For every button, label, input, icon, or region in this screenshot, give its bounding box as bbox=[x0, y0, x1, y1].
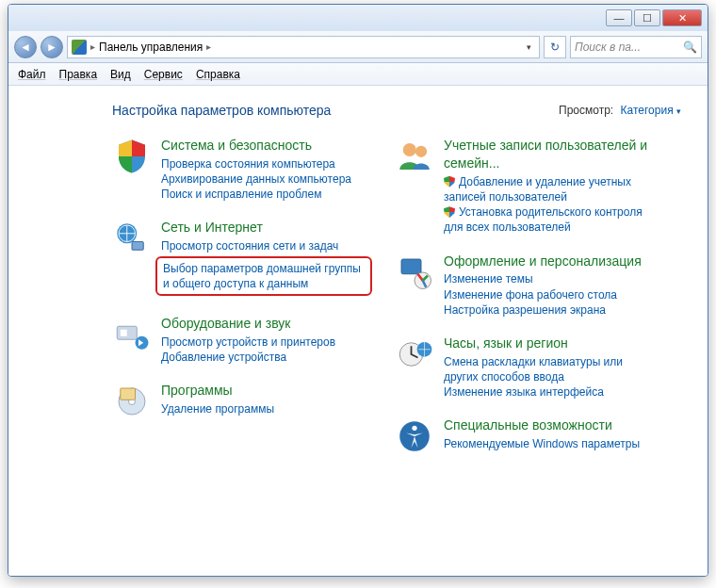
category-icon bbox=[112, 219, 152, 258]
search-placeholder: Поиск в па... bbox=[575, 41, 641, 54]
breadcrumb[interactable]: Панель управления bbox=[99, 41, 203, 54]
category-body: Система и безопасностьПроверка состояния… bbox=[161, 137, 351, 202]
category-item: Оформление и персонализацияИзменение тем… bbox=[395, 253, 649, 318]
menu-tools[interactable]: Сервис bbox=[144, 68, 183, 81]
category-item: Сеть и ИнтернетПросмотр состояния сети и… bbox=[112, 219, 366, 297]
close-button[interactable]: ✕ bbox=[662, 9, 702, 26]
category-title[interactable]: Сеть и Интернет bbox=[161, 219, 366, 237]
menu-edit[interactable]: Правка bbox=[59, 68, 98, 81]
category-item: Специальные возможностиРекомендуемые Win… bbox=[395, 416, 649, 456]
title-bar: — ☐ ✕ bbox=[8, 5, 708, 31]
category-item: Система и безопасностьПроверка состояния… bbox=[112, 137, 366, 202]
category-body: Часы, язык и регионСмена раскладки клави… bbox=[444, 335, 649, 400]
category-link[interactable]: Просмотр устройств и принтеров bbox=[161, 335, 335, 350]
category-title[interactable]: Оформление и персонализация bbox=[444, 253, 642, 270]
viewby-value[interactable]: Категория bbox=[621, 104, 674, 117]
category-title[interactable]: Учетные записи пользователей и семейн... bbox=[444, 137, 649, 172]
category-link[interactable]: Поиск и исправление проблем bbox=[161, 187, 351, 202]
refresh-button[interactable]: ↻ bbox=[544, 36, 566, 58]
category-link[interactable]: Изменение языка интерфейса bbox=[444, 384, 649, 400]
category-link[interactable]: Смена раскладки клавиатуры или других сп… bbox=[444, 354, 649, 384]
category-item: ПрограммыУдаление программы bbox=[112, 382, 366, 421]
category-body: ПрограммыУдаление программы bbox=[161, 382, 274, 421]
category-link[interactable]: Архивирование данных компьютера bbox=[161, 172, 351, 187]
maximize-button[interactable]: ☐ bbox=[634, 9, 660, 26]
svg-point-16 bbox=[412, 426, 416, 431]
category-link[interactable]: Удаление программы bbox=[161, 401, 274, 416]
menu-file[interactable]: Файл bbox=[18, 68, 46, 81]
category-link[interactable]: Настройка разрешения экрана bbox=[444, 302, 642, 318]
menu-bar: Файл Правка Вид Сервис Справка bbox=[8, 63, 708, 86]
back-button[interactable]: ◄ bbox=[14, 36, 37, 58]
view-by: Просмотр: Категория ▾ bbox=[559, 104, 681, 117]
address-bar[interactable]: ▸ Панель управления ▸ ▾ bbox=[67, 36, 540, 58]
svg-rect-11 bbox=[401, 259, 421, 274]
menu-view[interactable]: Вид bbox=[110, 68, 131, 81]
svg-rect-8 bbox=[121, 388, 136, 400]
category-icon bbox=[395, 137, 434, 176]
address-dropdown[interactable]: ▾ bbox=[523, 42, 535, 52]
menu-help[interactable]: Справка bbox=[196, 68, 240, 81]
category-icon bbox=[112, 382, 152, 421]
window: — ☐ ✕ ◄ ► ▸ Панель управления ▸ ▾ ↻ Поис… bbox=[8, 4, 708, 577]
header-row: Настройка параметров компьютера Просмотр… bbox=[112, 103, 681, 118]
content-area: Настройка параметров компьютера Просмотр… bbox=[8, 86, 708, 576]
category-body: Специальные возможностиРекомендуемые Win… bbox=[444, 416, 640, 456]
search-input[interactable]: Поиск в па... 🔍 bbox=[570, 36, 702, 58]
search-icon[interactable]: 🔍 bbox=[683, 41, 697, 54]
svg-rect-1 bbox=[132, 242, 143, 251]
right-column: Учетные записи пользователей и семейн...… bbox=[395, 137, 649, 473]
category-icon bbox=[112, 137, 152, 176]
category-link[interactable]: Изменение фона рабочего стола bbox=[444, 287, 642, 302]
category-columns: Система и безопасностьПроверка состояния… bbox=[112, 137, 681, 473]
category-title[interactable]: Система и безопасность bbox=[161, 137, 351, 155]
category-title[interactable]: Оборудование и звук bbox=[161, 315, 335, 333]
category-body: Оформление и персонализацияИзменение тем… bbox=[444, 253, 642, 318]
category-link[interactable]: Рекомендуемые Windows параметры bbox=[444, 436, 640, 451]
category-link[interactable]: Добавление устройства bbox=[161, 350, 335, 365]
breadcrumb-separator: ▸ bbox=[90, 41, 95, 52]
category-link[interactable]: Установка родительского контроля для все… bbox=[444, 204, 649, 235]
category-icon bbox=[395, 253, 434, 292]
category-link[interactable]: Изменение темы bbox=[444, 271, 642, 286]
forward-button[interactable]: ► bbox=[41, 36, 63, 58]
category-icon bbox=[112, 315, 152, 354]
control-panel-icon bbox=[72, 40, 87, 55]
category-body: Сеть и ИнтернетПросмотр состояния сети и… bbox=[161, 219, 366, 297]
viewby-label: Просмотр: bbox=[559, 104, 613, 117]
nav-bar: ◄ ► ▸ Панель управления ▸ ▾ ↻ Поиск в па… bbox=[8, 31, 708, 63]
category-title[interactable]: Программы bbox=[161, 382, 274, 400]
category-title[interactable]: Специальные возможности bbox=[444, 416, 640, 434]
svg-rect-4 bbox=[121, 330, 127, 336]
category-icon bbox=[395, 335, 434, 374]
svg-point-10 bbox=[415, 146, 427, 157]
category-item: Часы, язык и регионСмена раскладки клави… bbox=[395, 335, 649, 400]
category-link[interactable]: Добавление и удаление учетных записей по… bbox=[444, 174, 649, 204]
category-item: Учетные записи пользователей и семейн...… bbox=[395, 137, 649, 236]
svg-point-9 bbox=[403, 143, 416, 156]
page-title: Настройка параметров компьютера bbox=[112, 103, 331, 118]
category-link[interactable]: Выбор параметров домашней группы и общег… bbox=[163, 261, 365, 291]
category-link[interactable]: Просмотр состояния сети и задач bbox=[161, 238, 366, 253]
minimize-button[interactable]: — bbox=[606, 9, 632, 26]
category-link[interactable]: Проверка состояния компьютера bbox=[161, 156, 351, 172]
category-body: Оборудование и звукПросмотр устройств и … bbox=[161, 315, 335, 365]
highlighted-link: Выбор параметров домашней группы и общег… bbox=[155, 256, 372, 296]
category-title[interactable]: Часы, язык и регион bbox=[444, 335, 649, 352]
left-column: Система и безопасностьПроверка состояния… bbox=[112, 137, 366, 473]
breadcrumb-separator: ▸ bbox=[206, 41, 211, 52]
category-icon bbox=[395, 416, 434, 456]
category-body: Учетные записи пользователей и семейн...… bbox=[444, 137, 649, 236]
category-item: Оборудование и звукПросмотр устройств и … bbox=[112, 315, 366, 365]
chevron-down-icon[interactable]: ▾ bbox=[676, 106, 681, 116]
